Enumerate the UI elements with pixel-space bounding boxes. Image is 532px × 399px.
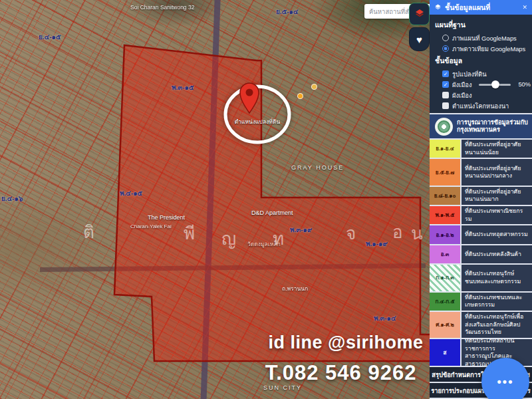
legend-label: ที่ดินประเภทคลังสินค้า [462,245,532,263]
watermark-line-id: id line @sirihome [253,332,439,353]
legend-row: อ.๓ที่ดินประเภทคลังสินค้า [430,245,532,265]
legend-row: พ.๑-พ.๕ที่ดินประเภทพาณิชยกรรม [430,206,532,225]
place-label: D&D Apartment [251,209,293,216]
place-label: ถ.พรานนก [282,284,308,293]
legend-label: ที่ดินประเภทอุตสาหกรรม [462,225,532,243]
legend-swatch: ย.๑-ย.๔ [430,140,462,158]
bma-integration-banner: การบูรณาการข้อมูลร่วมกับ กรุงเทพมหานคร [430,113,532,140]
panel-controls: แผนที่ฐาน ภาพแผนที่ GoogleMaps ภาพดาวเที… [430,15,532,113]
watermark-letter: พี [184,219,195,247]
layer-item-cityplan2[interactable]: ผังเมือง [435,90,532,100]
legend-code: อ.๑-อ.๒ [436,231,454,239]
layer-label: รูปแปลงที่ดิน [452,69,487,79]
legend-code: ย.๘-ย.๑๐ [434,192,456,200]
legend-label: ที่ดินประเภทที่อยู่อาศัยหนาแน่นมาก [462,187,532,205]
legend-row: ย.๑-ย.๔ที่ดินประเภทที่อยู่อาศัยหนาแน่นน้… [430,140,532,159]
watermark-letter: น [411,219,423,247]
base-map-option-roadmap[interactable]: ภาพแผนที่ GoogleMaps [435,33,532,43]
radio-selected-icon[interactable] [442,45,449,52]
layers-stack-icon [434,3,442,12]
place-label: Charan-Yalek Fai [130,223,172,229]
legend-swatch: ย.๘-ย.๑๐ [430,187,462,205]
layer-item-khoknongna[interactable]: ตำแหน่งโคกหนองนา [435,100,532,111]
zone-code-label: พ.๓-๑๕ [172,82,194,92]
favorite-button[interactable]: ♥ [409,27,430,51]
checkbox-icon[interactable] [442,92,449,98]
legend-row: อ.๑-อ.๒ที่ดินประเภทอุตสาหกรรม [430,225,532,245]
legend-code: ส [444,348,447,357]
watermark-letter: จ [346,219,356,247]
base-map-title: แผนที่ฐาน [435,19,532,31]
watermark-letter: อ [392,218,403,245]
legend-swatch: อ.๓ [430,245,462,263]
legend-row: ก.๔-ก.๕ที่ดินประเภทชนบทและเกษตรกรรม [430,293,532,312]
place-label: The President [148,214,185,221]
legend-label: ที่ดินประเภทที่อยู่อาศัยหนาแน่นปานกลาง [462,159,532,186]
slider-knob[interactable] [491,80,499,88]
place-label: Soi Charan Sanitwong 32 [130,4,194,11]
legend-code: พ.๑-พ.๕ [436,211,455,219]
zone-code-label: ย.๕-๑๔ [276,7,298,17]
legend-row: ก.๑-ก.๓ที่ดินประเภทอนุรักษ์ชนบทและเกษตรก… [430,265,532,293]
legend-label: ที่ดินประเภทอนุรักษ์เพื่อส่งเสริมเอกลักษ… [462,312,532,338]
legend-row: ย.๘-ย.๑๐ที่ดินประเภทที่อยู่อาศัยหนาแน่นม… [430,187,532,206]
zone-code-label: พ.๓-๑๙ [290,225,312,235]
watermark-letter: ติ [83,218,94,245]
zone-code-label: ย.๔-๑๕ [39,32,61,42]
zone-code-label: พ.๔-๑๕ [120,188,142,198]
ellipsis-icon: ••• [497,375,514,389]
base-map-option-satellite[interactable]: ภาพดาวเทียม GoogleMaps [435,43,532,54]
radio-icon[interactable] [442,35,449,41]
legend-label: ที่ดินประเภทชนบทและเกษตรกรรม [462,293,532,311]
legend-label: ที่ดินประเภทที่อยู่อาศัยหนาแน่นน้อย [462,140,532,158]
pin-label: ตำแหน่งแปลงที่ดิน [221,117,294,126]
legend-swatch: ย.๕-ย.๗ [430,159,462,186]
legend-label: ที่ดินประเภทพาณิชยกรรม [462,206,532,224]
layers-section-title: ชั้นข้อมูล [435,55,532,66]
checkbox-icon[interactable] [442,102,449,109]
panel-header: ชั้นข้อมูลแผนที่ ✕ [430,0,532,15]
zone-code-label: พ.๓-๑๔ [374,313,396,323]
legend-swatch: อ.๑-อ.๒ [430,225,462,243]
legend-swatch: พ.๑-พ.๕ [430,206,462,224]
legend-list: ย.๑-ย.๔ที่ดินประเภทที่อยู่อาศัยหนาแน่นน้… [430,140,532,367]
legend-code: อ.๓ [441,250,450,259]
legend-label: ที่ดินประเภทอนุรักษ์ชนบทและเกษตรกรรม [462,265,532,291]
layers-toggle-button[interactable] [409,3,430,25]
layer-item-parcels[interactable]: รูปแปลงที่ดิน [435,68,532,79]
legend-swatch: ก.๑-ก.๓ [430,265,462,291]
checkbox-checked-icon[interactable] [442,81,449,88]
legend-swatch: ศ.๑-ศ.๒ [430,312,462,338]
close-icon[interactable]: ✕ [522,4,527,11]
layer-label: ตำแหน่งโคกหนองนา [452,101,509,111]
zone-code-label: ย.๔-๑๖ [1,194,23,203]
layer-item-cityplan[interactable]: ผังเมือง 50% [435,79,532,90]
watermark-phone: T.082 546 9262 [253,361,429,385]
legend-code: ศ.๑-ศ.๒ [436,321,454,329]
more-actions-fab[interactable]: ••• [481,358,529,399]
legend-code: ย.๕-ย.๗ [436,168,455,177]
legend-swatch: ส [430,339,462,366]
legend-code: ย.๑-ย.๔ [436,144,454,153]
layers-icon [414,8,425,21]
place-label: GRAY HOUSE [291,164,344,171]
checkbox-checked-icon[interactable] [442,70,449,77]
legend-code: ก.๑-ก.๓ [436,273,454,282]
option-label: ภาพแผนที่ GoogleMaps [452,33,517,43]
layer-label: ผังเมือง [452,80,471,90]
legend-code: ก.๔-ก.๕ [436,297,455,306]
app: Soi Charan Sanitwong 32GRAY HOUSEThe Pre… [0,0,532,399]
layer-label: ผังเมือง [452,90,471,100]
poi-marker [297,93,303,99]
opacity-value: 50% [518,81,531,88]
banner-line1: การบูรณาการข้อมูลร่วมกับ [457,119,528,127]
legend-row: ย.๕-ย.๗ที่ดินประเภทที่อยู่อาศัยหนาแน่นปา… [430,159,532,187]
bma-seal-icon [435,118,453,136]
panel-title: ชั้นข้อมูลแผนที่ [445,2,519,13]
opacity-slider[interactable] [479,84,511,86]
legend-row: ศ.๑-ศ.๒ที่ดินประเภทอนุรักษ์เพื่อส่งเสริม… [430,312,532,340]
poi-marker [311,84,317,90]
layers-panel: ชั้นข้อมูลแผนที่ ✕ แผนที่ฐาน ภาพแผนที่ G… [430,0,532,399]
watermark-letter: ท [273,225,284,252]
heart-icon: ♥ [416,35,422,45]
